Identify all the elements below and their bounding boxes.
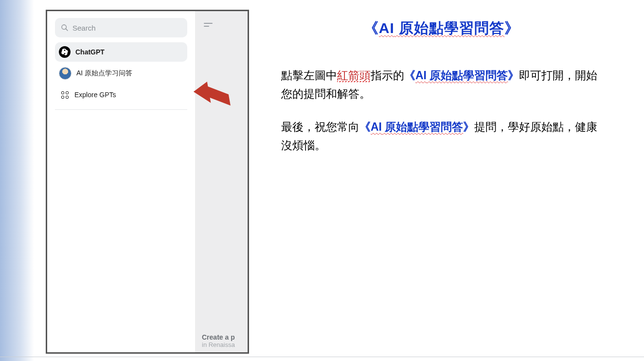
sidebar-item-ai-yuanshidian[interactable]: AI 原始点学习问答 bbox=[55, 64, 187, 83]
card-title: Create a p bbox=[202, 333, 249, 341]
document-body: 《AI 原始點學習問答》 點擊左圖中紅箭頭指示的《AI 原始點學習問答》即可打開… bbox=[281, 18, 602, 170]
paragraph-1: 點擊左圖中紅箭頭指示的《AI 原始點學習問答》即可打開，開始您的提問和解答。 bbox=[281, 67, 602, 103]
title-text: 原始點學習問答 bbox=[394, 20, 504, 36]
p1-text-a: 點擊左圖中 bbox=[281, 69, 337, 82]
sidebar-item-explore-gpts[interactable]: Explore GPTs bbox=[55, 85, 187, 104]
p2-blue-ai: AI bbox=[371, 120, 382, 133]
card-subtitle: in Renaissa bbox=[202, 341, 249, 348]
p2-blue-text: 原始點學習問答 bbox=[382, 120, 463, 133]
p2-text-a: 最後，祝您常向 bbox=[281, 120, 359, 133]
search-icon bbox=[61, 24, 69, 32]
grid-icon bbox=[60, 90, 70, 100]
p1-red-text: 紅箭頭 bbox=[337, 69, 371, 82]
sidebar-separator bbox=[55, 109, 187, 110]
sidebar-item-chatgpt[interactable]: ChatGPT bbox=[55, 42, 187, 62]
p2-blue-open: 《 bbox=[359, 121, 371, 133]
document-title: 《AI 原始點學習問答》 bbox=[281, 18, 602, 38]
search-placeholder: Search bbox=[72, 24, 96, 32]
sidebar: Search ChatGPT AI 原始点学习问答 Explore GPTs bbox=[47, 11, 195, 352]
suggestion-card[interactable]: Create a p in Renaissa bbox=[202, 333, 249, 348]
paragraph-2: 最後，祝您常向《AI 原始點學習問答》提問，學好原始點，健康沒煩惱。 bbox=[281, 118, 602, 155]
chatgpt-screenshot: Search ChatGPT AI 原始点学习问答 Explore GPTs bbox=[46, 10, 249, 354]
title-bracket-close: 》 bbox=[504, 20, 519, 36]
sidebar-item-label: AI 原始点学习问答 bbox=[76, 69, 132, 78]
svg-line-1 bbox=[66, 29, 68, 31]
gradient-edge bbox=[0, 0, 34, 361]
p1-blue-text: 原始點學習問答 bbox=[427, 69, 508, 82]
menu-icon[interactable] bbox=[204, 23, 213, 29]
sidebar-item-label: ChatGPT bbox=[75, 48, 105, 56]
sidebar-item-label: Explore GPTs bbox=[74, 91, 116, 99]
chatgpt-logo-icon bbox=[59, 46, 71, 58]
search-input[interactable]: Search bbox=[55, 18, 187, 37]
avatar-icon bbox=[59, 67, 72, 80]
title-ai: AI bbox=[379, 20, 394, 36]
p1-blue-open: 《 bbox=[404, 69, 415, 82]
p1-blue-ai: AI bbox=[415, 69, 427, 82]
p1-text-b: 指示的 bbox=[371, 69, 404, 82]
screenshot-inner: Search ChatGPT AI 原始点学习问答 Explore GPTs bbox=[47, 11, 248, 352]
p2-blue-close: 》 bbox=[463, 121, 474, 133]
page: Search ChatGPT AI 原始点学习问答 Explore GPTs bbox=[0, 0, 644, 361]
main-pane: Create a p in Renaissa bbox=[195, 11, 248, 352]
title-bracket-open: 《 bbox=[364, 20, 379, 36]
p1-blue-close: 》 bbox=[508, 69, 519, 82]
page-bottom-divider bbox=[0, 357, 644, 357]
